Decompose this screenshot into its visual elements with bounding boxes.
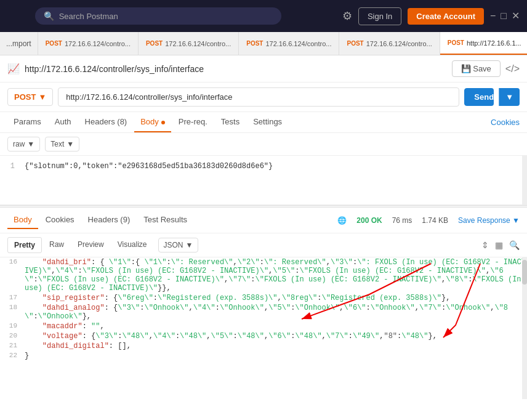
tab-2[interactable]: POST 172.16.6.124/contro... (139, 32, 239, 55)
tab-url-1: 172.16.6.124/contro... (65, 40, 131, 47)
json-chevron-icon: ▼ (186, 241, 193, 249)
scrollbar-thumb[interactable] (522, 260, 527, 285)
fmt-pretty[interactable]: Pretty (7, 237, 42, 253)
request-tabs: Params Auth Headers (8) Body Pre-req. Te… (0, 112, 527, 133)
address-url: http://172.16.6.124/controller/sys_info/… (25, 64, 447, 74)
tab-import[interactable]: ...mport (0, 32, 38, 55)
minimize-button[interactable]: − (490, 11, 496, 21)
window-controls: − □ ✕ (490, 11, 520, 21)
request-bar: POST ▼ Send ▼ (0, 83, 527, 112)
response-icons: ⇕ ▦ 🔍 (481, 240, 520, 250)
format-tabs: Pretty Raw Preview Visualize (7, 237, 153, 253)
line-number-1: 1 (0, 162, 25, 171)
line-content-1: {"slotnum":0,"token":"e2963168d5ed51ba36… (25, 162, 273, 171)
tab-method-2: POST (146, 40, 163, 47)
url-icon: 📈 (7, 63, 20, 75)
res-tab-headers[interactable]: Headers (9) (82, 211, 137, 229)
fmt-preview[interactable]: Preview (71, 237, 110, 253)
response-toolbar: Pretty Raw Preview Visualize JSON ▼ ⇕ ▦ … (0, 233, 527, 257)
search-bar[interactable]: 🔍 Search Postman (35, 7, 281, 25)
method-chevron-icon: ▼ (38, 92, 46, 102)
status-ok: 200 OK (356, 216, 382, 225)
code-editor[interactable]: 1 {"slotnum":0,"token":"e2963168d5ed51ba… (0, 156, 527, 205)
fmt-raw[interactable]: Raw (43, 237, 70, 253)
res-line-19: 19 "macaddr": "", (0, 321, 527, 331)
fmt-visualize[interactable]: Visualize (111, 237, 153, 253)
main-content: 📈 http://172.16.6.124/controller/sys_inf… (0, 55, 527, 399)
res-line-20: 20 "voltage": {\"3\":\"48\",\"4\":\"48\"… (0, 331, 527, 341)
settings-icon[interactable]: ⚙ (342, 9, 352, 23)
tab-bar: ...mport POST 172.16.6.124/contro... POS… (0, 32, 527, 55)
res-tab-body[interactable]: Body (7, 211, 38, 229)
tab-params[interactable]: Params (7, 112, 47, 132)
send-button[interactable]: Send (464, 88, 494, 106)
sign-in-button[interactable]: Sign In (358, 7, 401, 25)
tab-prereq[interactable]: Pre-req. (172, 112, 214, 132)
status-size: 1.74 KB (422, 216, 448, 225)
cookies-link[interactable]: Cookies (491, 118, 520, 127)
tab-method-1: POST (46, 40, 62, 47)
res-line-22: 22 } (0, 351, 527, 361)
text-chevron-icon: ▼ (66, 140, 74, 148)
code-line-1: 1 {"slotnum":0,"token":"e2963168d5ed51ba… (0, 161, 527, 172)
tab-method-5: POST (448, 39, 464, 46)
tab-url-3: 172.16.6.124/contro... (265, 40, 331, 47)
tab-method-4: POST (347, 40, 363, 47)
save-button[interactable]: 💾 Save (452, 60, 501, 77)
tab-1[interactable]: POST 172.16.6.124/contro... (38, 32, 139, 55)
res-line-21: 21 "dahdi_digital": [], (0, 341, 527, 351)
copy-icon[interactable]: ▦ (495, 240, 503, 250)
json-format-select[interactable]: JSON ▼ (158, 238, 199, 252)
body-type-bar: raw ▼ Text ▼ (0, 133, 527, 156)
response-body[interactable]: 16 "dahdi_bri": { \"1\":{ \"1\":\": Rese… (0, 257, 527, 399)
create-account-button[interactable]: Create Account (408, 8, 484, 25)
tab-url-5: http://172.16.6.1... (467, 39, 521, 47)
tab-5[interactable]: POST http://172.16.6.1... (440, 32, 527, 55)
tab-url-4: 172.16.6.124/contro... (366, 40, 432, 47)
tab-3[interactable]: POST 172.16.6.124/contro... (239, 32, 339, 55)
url-input[interactable] (58, 87, 459, 107)
text-select[interactable]: Text ▼ (45, 137, 79, 151)
address-area: 📈 http://172.16.6.124/controller/sys_inf… (0, 55, 527, 83)
maximize-button[interactable]: □ (501, 11, 507, 21)
title-bar: 🔍 Search Postman ⚙ Sign In Create Accoun… (0, 0, 527, 32)
send-dropdown-button[interactable]: ▼ (499, 88, 520, 106)
raw-select[interactable]: raw ▼ (7, 137, 40, 151)
res-line-17: 17 "sip_register": {\"6reg\":\"Registere… (0, 293, 527, 303)
save-icon: 💾 (461, 64, 471, 73)
response-status: 🌐 200 OK 76 ms 1.74 KB Save Response ▼ (337, 216, 520, 225)
send-arrow-icon: ▼ (505, 92, 513, 102)
send-button-group: Send ▼ (464, 88, 520, 106)
tab-auth[interactable]: Auth (49, 112, 78, 132)
tab-url-2: 172.16.6.124/contro... (165, 40, 231, 47)
res-line-18: 18 "dahdi_analog": {\"3\":\"Onhook\",\"4… (0, 303, 527, 321)
tab-settings[interactable]: Settings (247, 112, 288, 132)
wrap-icon[interactable]: ⇕ (481, 240, 489, 250)
response-scrollbar[interactable] (522, 257, 527, 399)
response-tabs: Body Cookies Headers (9) Test Results (7, 211, 193, 229)
globe-icon: 🌐 (337, 216, 347, 225)
tab-headers[interactable]: Headers (8) (79, 112, 134, 132)
search-icon: 🔍 (44, 11, 54, 21)
tab-method-3: POST (246, 40, 263, 47)
save-res-chevron: ▼ (512, 216, 520, 225)
response-header: Body Cookies Headers (9) Test Results 🌐 … (0, 208, 527, 233)
res-tab-cookies[interactable]: Cookies (39, 211, 81, 229)
status-time: 76 ms (392, 216, 412, 225)
save-response-button[interactable]: Save Response ▼ (458, 216, 520, 225)
code-icon[interactable]: </> (505, 63, 520, 75)
raw-chevron-icon: ▼ (27, 140, 34, 148)
res-line-16: 16 "dahdi_bri": { \"1\":{ \"1\":\": Rese… (0, 257, 527, 293)
res-tab-test-results[interactable]: Test Results (137, 211, 193, 229)
editor-scrollbar[interactable] (522, 156, 527, 204)
title-bar-actions: ⚙ Sign In Create Account − □ ✕ (342, 7, 520, 25)
search-response-icon[interactable]: 🔍 (509, 240, 520, 250)
tab-tests[interactable]: Tests (215, 112, 246, 132)
method-select[interactable]: POST ▼ (7, 88, 53, 106)
method-label: POST (14, 92, 36, 102)
tab-4[interactable]: POST 172.16.6.124/contro... (339, 32, 440, 55)
search-placeholder: Search Postman (59, 12, 118, 21)
close-button[interactable]: ✕ (512, 11, 520, 21)
tab-body[interactable]: Body (134, 112, 171, 132)
